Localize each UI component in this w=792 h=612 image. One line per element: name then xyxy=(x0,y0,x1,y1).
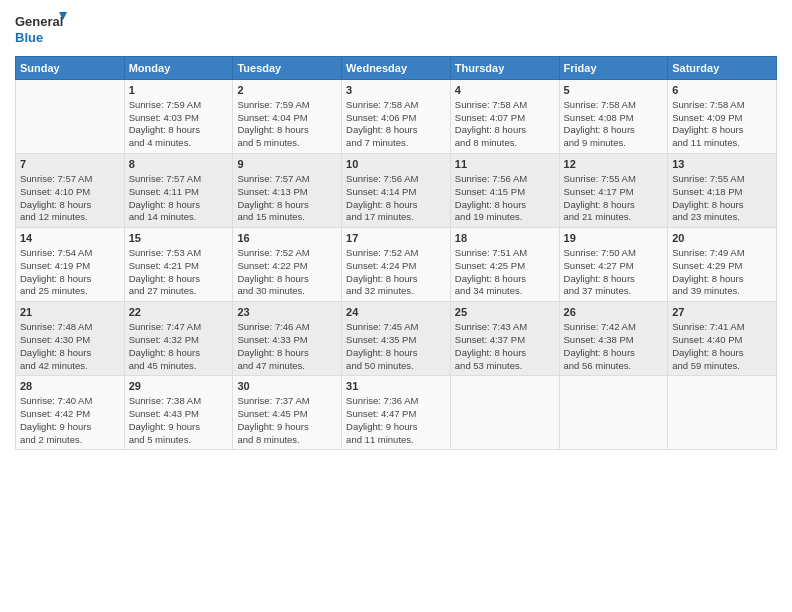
day-cell: 1Sunrise: 7:59 AMSunset: 4:03 PMDaylight… xyxy=(124,80,233,154)
day-info: Sunrise: 7:36 AMSunset: 4:47 PMDaylight:… xyxy=(346,395,446,446)
col-header-thursday: Thursday xyxy=(450,57,559,80)
day-number: 16 xyxy=(237,231,337,246)
col-header-monday: Monday xyxy=(124,57,233,80)
day-number: 7 xyxy=(20,157,120,172)
day-number: 22 xyxy=(129,305,229,320)
col-header-saturday: Saturday xyxy=(668,57,777,80)
day-cell: 29Sunrise: 7:38 AMSunset: 4:43 PMDayligh… xyxy=(124,376,233,450)
day-info: Sunrise: 7:56 AMSunset: 4:14 PMDaylight:… xyxy=(346,173,446,224)
svg-text:General: General xyxy=(15,14,63,29)
day-info: Sunrise: 7:50 AMSunset: 4:27 PMDaylight:… xyxy=(564,247,664,298)
day-number: 8 xyxy=(129,157,229,172)
day-info: Sunrise: 7:48 AMSunset: 4:30 PMDaylight:… xyxy=(20,321,120,372)
day-info: Sunrise: 7:51 AMSunset: 4:25 PMDaylight:… xyxy=(455,247,555,298)
day-number: 25 xyxy=(455,305,555,320)
day-cell: 10Sunrise: 7:56 AMSunset: 4:14 PMDayligh… xyxy=(342,154,451,228)
day-cell xyxy=(16,80,125,154)
day-cell: 30Sunrise: 7:37 AMSunset: 4:45 PMDayligh… xyxy=(233,376,342,450)
week-row-5: 28Sunrise: 7:40 AMSunset: 4:42 PMDayligh… xyxy=(16,376,777,450)
svg-text:Blue: Blue xyxy=(15,30,43,45)
day-info: Sunrise: 7:43 AMSunset: 4:37 PMDaylight:… xyxy=(455,321,555,372)
day-cell: 27Sunrise: 7:41 AMSunset: 4:40 PMDayligh… xyxy=(668,302,777,376)
day-cell: 19Sunrise: 7:50 AMSunset: 4:27 PMDayligh… xyxy=(559,228,668,302)
week-row-2: 7Sunrise: 7:57 AMSunset: 4:10 PMDaylight… xyxy=(16,154,777,228)
day-cell: 31Sunrise: 7:36 AMSunset: 4:47 PMDayligh… xyxy=(342,376,451,450)
day-number: 5 xyxy=(564,83,664,98)
col-header-wednesday: Wednesday xyxy=(342,57,451,80)
day-cell xyxy=(559,376,668,450)
day-number: 30 xyxy=(237,379,337,394)
day-number: 14 xyxy=(20,231,120,246)
day-cell: 2Sunrise: 7:59 AMSunset: 4:04 PMDaylight… xyxy=(233,80,342,154)
day-info: Sunrise: 7:53 AMSunset: 4:21 PMDaylight:… xyxy=(129,247,229,298)
day-number: 2 xyxy=(237,83,337,98)
day-number: 21 xyxy=(20,305,120,320)
day-number: 23 xyxy=(237,305,337,320)
day-cell: 8Sunrise: 7:57 AMSunset: 4:11 PMDaylight… xyxy=(124,154,233,228)
day-info: Sunrise: 7:57 AMSunset: 4:11 PMDaylight:… xyxy=(129,173,229,224)
day-cell: 5Sunrise: 7:58 AMSunset: 4:08 PMDaylight… xyxy=(559,80,668,154)
day-number: 13 xyxy=(672,157,772,172)
day-info: Sunrise: 7:42 AMSunset: 4:38 PMDaylight:… xyxy=(564,321,664,372)
day-cell: 3Sunrise: 7:58 AMSunset: 4:06 PMDaylight… xyxy=(342,80,451,154)
day-number: 20 xyxy=(672,231,772,246)
col-header-tuesday: Tuesday xyxy=(233,57,342,80)
day-number: 11 xyxy=(455,157,555,172)
day-cell: 7Sunrise: 7:57 AMSunset: 4:10 PMDaylight… xyxy=(16,154,125,228)
day-number: 15 xyxy=(129,231,229,246)
day-number: 4 xyxy=(455,83,555,98)
col-header-friday: Friday xyxy=(559,57,668,80)
day-cell: 15Sunrise: 7:53 AMSunset: 4:21 PMDayligh… xyxy=(124,228,233,302)
day-number: 1 xyxy=(129,83,229,98)
day-number: 3 xyxy=(346,83,446,98)
day-info: Sunrise: 7:49 AMSunset: 4:29 PMDaylight:… xyxy=(672,247,772,298)
day-number: 10 xyxy=(346,157,446,172)
day-info: Sunrise: 7:40 AMSunset: 4:42 PMDaylight:… xyxy=(20,395,120,446)
day-cell: 21Sunrise: 7:48 AMSunset: 4:30 PMDayligh… xyxy=(16,302,125,376)
day-cell xyxy=(668,376,777,450)
day-info: Sunrise: 7:56 AMSunset: 4:15 PMDaylight:… xyxy=(455,173,555,224)
day-cell: 23Sunrise: 7:46 AMSunset: 4:33 PMDayligh… xyxy=(233,302,342,376)
day-number: 6 xyxy=(672,83,772,98)
day-cell: 20Sunrise: 7:49 AMSunset: 4:29 PMDayligh… xyxy=(668,228,777,302)
day-cell: 22Sunrise: 7:47 AMSunset: 4:32 PMDayligh… xyxy=(124,302,233,376)
day-cell: 17Sunrise: 7:52 AMSunset: 4:24 PMDayligh… xyxy=(342,228,451,302)
day-info: Sunrise: 7:46 AMSunset: 4:33 PMDaylight:… xyxy=(237,321,337,372)
day-number: 17 xyxy=(346,231,446,246)
page-header: General Blue xyxy=(15,10,777,48)
day-info: Sunrise: 7:59 AMSunset: 4:03 PMDaylight:… xyxy=(129,99,229,150)
day-cell: 13Sunrise: 7:55 AMSunset: 4:18 PMDayligh… xyxy=(668,154,777,228)
week-row-3: 14Sunrise: 7:54 AMSunset: 4:19 PMDayligh… xyxy=(16,228,777,302)
day-cell: 24Sunrise: 7:45 AMSunset: 4:35 PMDayligh… xyxy=(342,302,451,376)
day-info: Sunrise: 7:57 AMSunset: 4:13 PMDaylight:… xyxy=(237,173,337,224)
day-number: 9 xyxy=(237,157,337,172)
day-number: 28 xyxy=(20,379,120,394)
day-info: Sunrise: 7:45 AMSunset: 4:35 PMDaylight:… xyxy=(346,321,446,372)
day-info: Sunrise: 7:58 AMSunset: 4:08 PMDaylight:… xyxy=(564,99,664,150)
day-number: 19 xyxy=(564,231,664,246)
header-row: SundayMondayTuesdayWednesdayThursdayFrid… xyxy=(16,57,777,80)
day-info: Sunrise: 7:55 AMSunset: 4:17 PMDaylight:… xyxy=(564,173,664,224)
day-number: 18 xyxy=(455,231,555,246)
day-info: Sunrise: 7:58 AMSunset: 4:07 PMDaylight:… xyxy=(455,99,555,150)
day-info: Sunrise: 7:52 AMSunset: 4:24 PMDaylight:… xyxy=(346,247,446,298)
day-number: 26 xyxy=(564,305,664,320)
week-row-4: 21Sunrise: 7:48 AMSunset: 4:30 PMDayligh… xyxy=(16,302,777,376)
calendar-table: SundayMondayTuesdayWednesdayThursdayFrid… xyxy=(15,56,777,450)
day-cell: 18Sunrise: 7:51 AMSunset: 4:25 PMDayligh… xyxy=(450,228,559,302)
day-cell: 11Sunrise: 7:56 AMSunset: 4:15 PMDayligh… xyxy=(450,154,559,228)
day-number: 12 xyxy=(564,157,664,172)
day-cell: 9Sunrise: 7:57 AMSunset: 4:13 PMDaylight… xyxy=(233,154,342,228)
day-info: Sunrise: 7:57 AMSunset: 4:10 PMDaylight:… xyxy=(20,173,120,224)
day-info: Sunrise: 7:38 AMSunset: 4:43 PMDaylight:… xyxy=(129,395,229,446)
day-info: Sunrise: 7:55 AMSunset: 4:18 PMDaylight:… xyxy=(672,173,772,224)
day-number: 27 xyxy=(672,305,772,320)
day-cell: 25Sunrise: 7:43 AMSunset: 4:37 PMDayligh… xyxy=(450,302,559,376)
day-cell: 12Sunrise: 7:55 AMSunset: 4:17 PMDayligh… xyxy=(559,154,668,228)
day-cell xyxy=(450,376,559,450)
day-cell: 4Sunrise: 7:58 AMSunset: 4:07 PMDaylight… xyxy=(450,80,559,154)
logo-svg: General Blue xyxy=(15,10,70,48)
day-number: 29 xyxy=(129,379,229,394)
day-info: Sunrise: 7:41 AMSunset: 4:40 PMDaylight:… xyxy=(672,321,772,372)
day-number: 31 xyxy=(346,379,446,394)
